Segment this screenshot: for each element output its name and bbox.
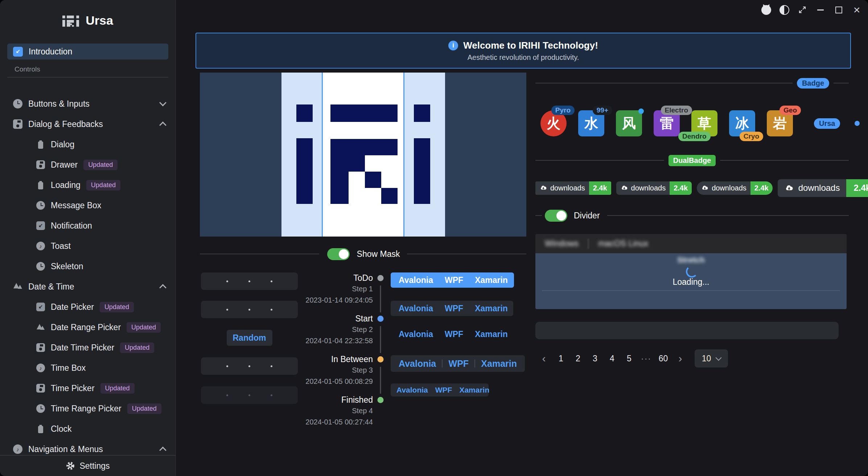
- steps-timeline: ToDoStep 12023-01-14 09:24:05StartStep 2…: [301, 272, 388, 435]
- dual-badge-label: downloads: [616, 181, 670, 195]
- random-button[interactable]: Random: [227, 330, 272, 346]
- divider-toggle-label: Divider: [574, 211, 600, 221]
- group-button-xamarin[interactable]: Xamarin: [481, 358, 517, 369]
- sidebar-item-date-range-picker[interactable]: Date Range PickerUpdated: [0, 317, 176, 337]
- group-button-wpf[interactable]: WPF: [449, 358, 469, 369]
- dual-badge-label: downloads: [535, 181, 589, 195]
- settings-button[interactable]: Settings: [0, 455, 176, 476]
- divider-toggle[interactable]: [545, 210, 567, 222]
- sidebar-item-time-box[interactable]: ♪Time Box: [0, 358, 176, 378]
- group-separator: [474, 360, 475, 368]
- pagination-page-2[interactable]: 2: [569, 350, 587, 367]
- fullscreen-button[interactable]: [796, 4, 809, 16]
- clock-icon: [36, 201, 45, 210]
- pagination-page-60[interactable]: 60: [655, 350, 672, 367]
- sidebar-item-clock[interactable]: Clock: [0, 419, 176, 439]
- pagination-next-button[interactable]: ›: [672, 350, 689, 367]
- chevron-up-icon: [159, 284, 166, 291]
- sidebar-item-label: Message Box: [51, 201, 101, 210]
- pagination-prev-button[interactable]: ‹: [535, 350, 552, 367]
- pagination-page-3[interactable]: 3: [587, 350, 604, 367]
- badge-demo-: 冰Cryo: [729, 110, 755, 136]
- tab-macos-linux[interactable]: macOS Linux: [598, 239, 648, 249]
- sidebar-item-notification[interactable]: ↙Notification: [0, 216, 176, 236]
- show-mask-toggle[interactable]: [327, 248, 350, 260]
- skeleton-demo: Random: [201, 272, 298, 404]
- badge-character: 水: [584, 114, 598, 133]
- dual-badge-value: 2.4k: [589, 181, 611, 195]
- group-button-xamarin[interactable]: Xamarin: [459, 386, 489, 394]
- group-button-wpf[interactable]: WPF: [445, 304, 463, 313]
- dot-badge: [638, 108, 644, 114]
- maximize-button[interactable]: [832, 4, 845, 16]
- sidebar-item-date-picker[interactable]: ↙Date PickerUpdated: [0, 297, 176, 317]
- info-icon: i: [448, 41, 458, 50]
- sidebar-item-loading[interactable]: LoadingUpdated: [0, 175, 176, 195]
- badge-character: 岩: [773, 114, 787, 133]
- sidebar-item-label: Date Picker: [51, 302, 94, 312]
- close-button[interactable]: ×: [851, 4, 863, 16]
- minimize-button[interactable]: [814, 4, 827, 16]
- sidebar-item-time-range-picker[interactable]: Time Range PickerUpdated: [0, 398, 176, 419]
- sidebar-item-dialog[interactable]: Dialog: [0, 134, 176, 155]
- sidebar-divider: [7, 77, 168, 78]
- tab-windows[interactable]: Windows: [545, 239, 579, 249]
- corner-badge-geo: Geo: [779, 106, 801, 115]
- empty-band: [535, 322, 839, 339]
- sidebar-item-skeleton[interactable]: Skeleton: [0, 256, 176, 276]
- sidebar-item-navigation-menus[interactable]: ♪Navigation & Menus: [0, 439, 176, 455]
- battery-icon: [36, 424, 45, 433]
- sidebar-section-label: Controls: [15, 65, 176, 73]
- group-button-wpf[interactable]: WPF: [435, 386, 452, 394]
- sidebar-item-toast[interactable]: ♪Toast: [0, 236, 176, 256]
- sidebar-item-label: Buttons & Inputs: [28, 99, 90, 109]
- group-button-wpf[interactable]: WPF: [445, 275, 463, 285]
- sidebar-item-message-box[interactable]: Message Box: [0, 195, 176, 216]
- group-button-xamarin[interactable]: Xamarin: [475, 275, 508, 285]
- group-button-avalonia[interactable]: Avalonia: [399, 275, 433, 285]
- group-button-avalonia[interactable]: Avalonia: [399, 329, 433, 339]
- group-button-xamarin[interactable]: Xamarin: [475, 304, 508, 313]
- page-size-dropdown[interactable]: 10: [695, 349, 728, 368]
- sidebar-item-label: Dialog & Feedbacks: [28, 119, 103, 129]
- sidebar-item-date-time-picker[interactable]: Date Time PickerUpdated: [0, 337, 176, 358]
- group-button-xamarin[interactable]: Xamarin: [475, 329, 508, 339]
- group-button-wpf[interactable]: WPF: [445, 329, 463, 339]
- step-connector: [380, 286, 381, 312]
- sidebar-item-buttons-inputs[interactable]: Buttons & Inputs: [0, 94, 176, 114]
- group-button-avalonia[interactable]: Avalonia: [399, 358, 436, 369]
- battery-icon: [36, 181, 45, 189]
- pagination-page-1[interactable]: 1: [552, 350, 569, 367]
- dual-badge-label: downloads: [778, 179, 847, 197]
- tab-strip: WindowsmacOS Linux: [535, 234, 847, 253]
- loading-text: Loading...: [535, 277, 847, 287]
- group-button-avalonia[interactable]: Avalonia: [396, 386, 428, 394]
- updated-badge: Updated: [127, 403, 161, 414]
- loading-spinner-icon: [686, 266, 698, 278]
- group-button-avalonia[interactable]: Avalonia: [399, 304, 433, 313]
- dualbadge-divider-pill: DualBadge: [669, 155, 716, 166]
- theme-toggle-button[interactable]: [778, 4, 790, 16]
- step-title: In Between: [301, 354, 373, 365]
- chevron-up-icon: [159, 122, 166, 129]
- badge-demo-: 岩Geo: [767, 110, 793, 136]
- sidebar-header: Ursa: [0, 0, 176, 41]
- sidebar-item-label: Navigation & Menus: [28, 444, 103, 454]
- github-button[interactable]: [760, 4, 772, 16]
- sidebar-item-drawer[interactable]: DrawerUpdated: [0, 155, 176, 175]
- updated-badge: Updated: [83, 160, 118, 170]
- pagination-ellipsis[interactable]: ···: [638, 350, 655, 367]
- badge-demo-: 水99+: [578, 110, 604, 136]
- note-icon: ♪: [36, 242, 45, 250]
- window-controls: ×: [760, 4, 863, 16]
- pagination-page-4[interactable]: 4: [604, 350, 621, 367]
- step-timestamp: 2024-01-04 22:32:58: [301, 335, 373, 346]
- sidebar-item-dialog-feedbacks[interactable]: Dialog & Feedbacks: [0, 114, 176, 134]
- sidebar-item-label: Notification: [51, 221, 92, 231]
- pagination-page-5[interactable]: 5: [621, 350, 638, 367]
- sidebar-item-date-time[interactable]: Date & Time: [0, 276, 176, 297]
- ursa-pill-badge: Ursa: [814, 118, 840, 129]
- updated-badge: Updated: [100, 383, 135, 394]
- sidebar-item-time-picker[interactable]: Time PickerUpdated: [0, 378, 176, 398]
- sidebar-item-introduction[interactable]: ↙ Introduction: [7, 44, 168, 60]
